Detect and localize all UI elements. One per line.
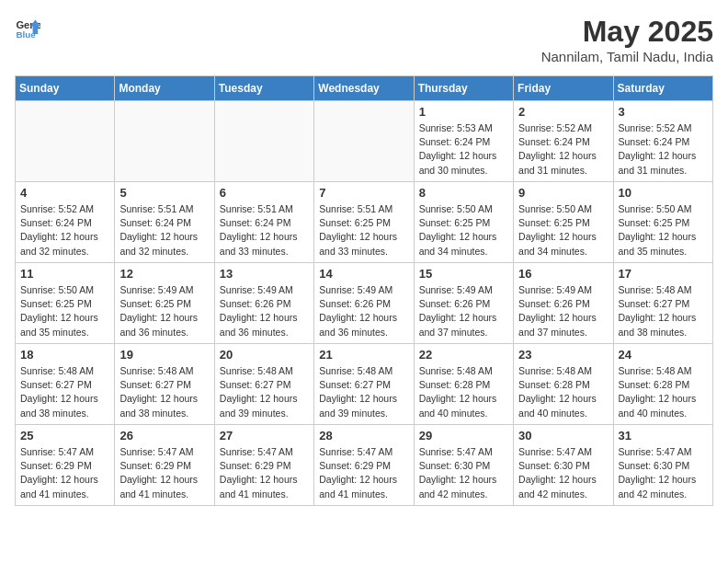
day-info: Sunrise: 5:51 AMSunset: 6:24 PMDaylight:… [119,202,209,259]
day-number: 22 [419,348,508,362]
day-info: Sunrise: 5:48 AMSunset: 6:28 PMDaylight:… [619,364,708,420]
table-row: 27Sunrise: 5:47 AMSunset: 6:29 PMDayligh… [214,425,313,506]
day-info: Sunrise: 5:47 AMSunset: 6:30 PMDaylight:… [619,445,708,501]
calendar-week-row: 4Sunrise: 5:52 AMSunset: 6:24 PMDaylight… [16,182,713,263]
table-row: 21Sunrise: 5:48 AMSunset: 6:27 PMDayligh… [314,344,414,425]
table-row: 22Sunrise: 5:48 AMSunset: 6:28 PMDayligh… [414,344,513,425]
day-number: 13 [220,267,309,281]
day-number: 16 [518,267,608,281]
header-wednesday: Wednesday [314,76,414,101]
day-number: 11 [20,267,109,281]
calendar: Sunday Monday Tuesday Wednesday Thursday… [15,75,713,506]
day-number: 30 [518,429,608,442]
day-number: 2 [518,105,608,119]
table-row [115,101,214,182]
table-row: 29Sunrise: 5:47 AMSunset: 6:30 PMDayligh… [414,425,513,506]
day-info: Sunrise: 5:48 AMSunset: 6:27 PMDaylight:… [119,364,209,420]
day-number: 15 [419,267,508,281]
table-row: 26Sunrise: 5:47 AMSunset: 6:29 PMDayligh… [115,425,214,506]
day-number: 7 [319,186,408,200]
day-number: 29 [419,429,508,442]
table-row: 14Sunrise: 5:49 AMSunset: 6:26 PMDayligh… [314,263,414,344]
day-number: 27 [220,429,309,442]
header-thursday: Thursday [414,76,513,101]
day-info: Sunrise: 5:49 AMSunset: 6:26 PMDaylight:… [319,283,408,339]
table-row: 8Sunrise: 5:50 AMSunset: 6:25 PMDaylight… [414,182,513,263]
calendar-week-row: 25Sunrise: 5:47 AMSunset: 6:29 PMDayligh… [16,425,713,506]
day-number: 26 [119,429,209,442]
day-number: 25 [20,429,109,442]
calendar-week-row: 1Sunrise: 5:53 AMSunset: 6:24 PMDaylight… [16,101,713,182]
title-area: May 2025 Nannilam, Tamil Nadu, India [541,15,713,64]
table-row: 16Sunrise: 5:49 AMSunset: 6:26 PMDayligh… [514,263,613,344]
header-sunday: Sunday [16,76,115,101]
calendar-week-row: 18Sunrise: 5:48 AMSunset: 6:27 PMDayligh… [16,344,713,425]
day-info: Sunrise: 5:50 AMSunset: 6:25 PMDaylight:… [619,202,708,259]
table-row: 9Sunrise: 5:50 AMSunset: 6:25 PMDaylight… [514,182,613,263]
day-info: Sunrise: 5:47 AMSunset: 6:30 PMDaylight:… [518,445,608,501]
header: General Blue May 2025 Nannilam, Tamil Na… [15,15,713,64]
table-row: 17Sunrise: 5:48 AMSunset: 6:27 PMDayligh… [613,263,712,344]
day-number: 24 [619,348,708,362]
day-info: Sunrise: 5:48 AMSunset: 6:27 PMDaylight:… [319,364,408,420]
calendar-week-row: 11Sunrise: 5:50 AMSunset: 6:25 PMDayligh… [16,263,713,344]
table-row: 1Sunrise: 5:53 AMSunset: 6:24 PMDaylight… [414,101,513,182]
day-number: 1 [419,105,508,119]
day-info: Sunrise: 5:48 AMSunset: 6:28 PMDaylight:… [419,364,508,420]
table-row [314,101,414,182]
day-number: 20 [220,348,309,362]
day-info: Sunrise: 5:49 AMSunset: 6:26 PMDaylight:… [419,283,508,339]
day-info: Sunrise: 5:47 AMSunset: 6:29 PMDaylight:… [119,445,209,501]
day-info: Sunrise: 5:49 AMSunset: 6:26 PMDaylight:… [220,283,309,339]
day-number: 17 [619,267,708,281]
table-row: 2Sunrise: 5:52 AMSunset: 6:24 PMDaylight… [514,101,613,182]
day-number: 10 [619,186,708,200]
day-info: Sunrise: 5:51 AMSunset: 6:24 PMDaylight:… [220,202,309,259]
day-number: 12 [119,267,209,281]
day-number: 14 [319,267,408,281]
table-row: 19Sunrise: 5:48 AMSunset: 6:27 PMDayligh… [115,344,214,425]
table-row: 3Sunrise: 5:52 AMSunset: 6:24 PMDaylight… [613,101,712,182]
day-number: 5 [119,186,209,200]
month-year: May 2025 [541,15,713,49]
day-number: 6 [220,186,309,200]
table-row: 10Sunrise: 5:50 AMSunset: 6:25 PMDayligh… [613,182,712,263]
table-row: 23Sunrise: 5:48 AMSunset: 6:28 PMDayligh… [514,344,613,425]
table-row: 12Sunrise: 5:49 AMSunset: 6:25 PMDayligh… [115,263,214,344]
day-info: Sunrise: 5:47 AMSunset: 6:29 PMDaylight:… [20,445,109,501]
header-tuesday: Tuesday [214,76,313,101]
header-monday: Monday [115,76,214,101]
day-number: 19 [119,348,209,362]
table-row: 24Sunrise: 5:48 AMSunset: 6:28 PMDayligh… [613,344,712,425]
day-info: Sunrise: 5:49 AMSunset: 6:26 PMDaylight:… [518,283,608,339]
table-row: 30Sunrise: 5:47 AMSunset: 6:30 PMDayligh… [514,425,613,506]
day-info: Sunrise: 5:52 AMSunset: 6:24 PMDaylight:… [20,202,109,259]
table-row [214,101,313,182]
table-row: 5Sunrise: 5:51 AMSunset: 6:24 PMDaylight… [115,182,214,263]
day-number: 8 [419,186,508,200]
table-row: 25Sunrise: 5:47 AMSunset: 6:29 PMDayligh… [16,425,115,506]
table-row: 28Sunrise: 5:47 AMSunset: 6:29 PMDayligh… [314,425,414,506]
table-row: 31Sunrise: 5:47 AMSunset: 6:30 PMDayligh… [613,425,712,506]
day-info: Sunrise: 5:48 AMSunset: 6:27 PMDaylight:… [220,364,309,420]
table-row [16,101,115,182]
day-info: Sunrise: 5:47 AMSunset: 6:29 PMDaylight:… [220,445,309,501]
header-saturday: Saturday [613,76,712,101]
table-row: 11Sunrise: 5:50 AMSunset: 6:25 PMDayligh… [16,263,115,344]
day-number: 28 [319,429,408,442]
table-row: 20Sunrise: 5:48 AMSunset: 6:27 PMDayligh… [214,344,313,425]
day-info: Sunrise: 5:47 AMSunset: 6:29 PMDaylight:… [319,445,408,501]
table-row: 13Sunrise: 5:49 AMSunset: 6:26 PMDayligh… [214,263,313,344]
day-info: Sunrise: 5:48 AMSunset: 6:28 PMDaylight:… [518,364,608,420]
location: Nannilam, Tamil Nadu, India [541,49,713,64]
day-number: 4 [20,186,109,200]
day-info: Sunrise: 5:48 AMSunset: 6:27 PMDaylight:… [619,283,708,339]
day-info: Sunrise: 5:50 AMSunset: 6:25 PMDaylight:… [20,283,109,339]
calendar-header-row: Sunday Monday Tuesday Wednesday Thursday… [16,76,713,101]
day-number: 18 [20,348,109,362]
day-info: Sunrise: 5:48 AMSunset: 6:27 PMDaylight:… [20,364,109,420]
table-row: 6Sunrise: 5:51 AMSunset: 6:24 PMDaylight… [214,182,313,263]
day-number: 31 [619,429,708,442]
day-info: Sunrise: 5:53 AMSunset: 6:24 PMDaylight:… [419,121,508,178]
day-info: Sunrise: 5:49 AMSunset: 6:25 PMDaylight:… [119,283,209,339]
